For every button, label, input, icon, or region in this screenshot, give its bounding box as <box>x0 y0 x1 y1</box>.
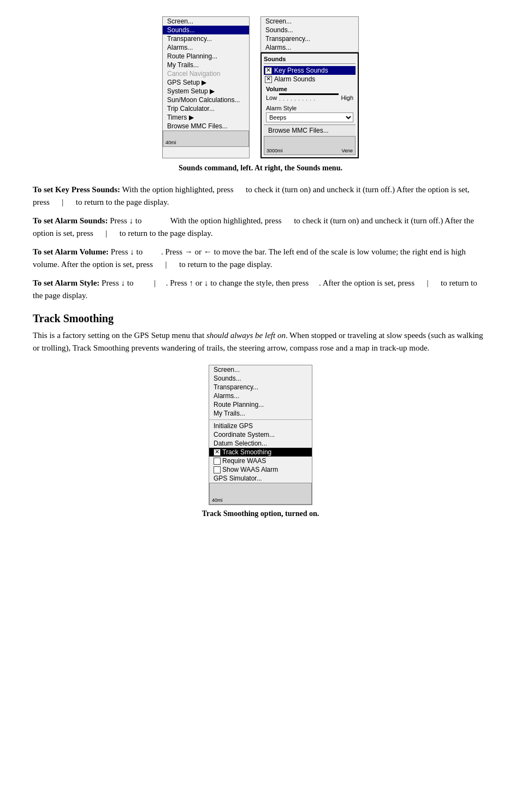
gps-menu-coordinate[interactable]: Coordinate System... <box>209 430 312 439</box>
gps-menu-init-gps[interactable]: Initialize GPS <box>209 422 312 430</box>
top-images-row: Screen... Sounds... Transparency... Alar… <box>33 16 488 158</box>
right-menu-container: Screen... Sounds... Transparency... Alar… <box>260 16 359 158</box>
left-menu-item-alarms[interactable]: Alarms... <box>163 43 249 52</box>
alarm-style-label: Alarm Style <box>266 105 353 111</box>
left-menu-item-trails[interactable]: My Trails... <box>163 61 249 69</box>
gps-menu-track-smoothing[interactable]: Track Smoothing <box>209 448 312 457</box>
left-menu-item-sun-moon[interactable]: Sun/Moon Calculations... <box>163 96 249 104</box>
track-smoothing-paragraph: This is a factory setting on the GPS Set… <box>33 329 488 354</box>
gps-setup-menu: Screen... Sounds... Transparency... Alar… <box>209 365 312 505</box>
gps-menu-screen[interactable]: Screen... <box>209 365 312 374</box>
volume-dots: . . . . . . . . . . <box>279 96 339 102</box>
show-waas-checkbox[interactable] <box>214 466 221 473</box>
key-press-checkbox[interactable] <box>265 67 272 74</box>
alarm-volume-intro: To set Alarm Volume: <box>33 247 109 256</box>
gps-menu-separator <box>209 419 312 420</box>
alarm-sounds-checkbox[interactable] <box>265 76 272 83</box>
left-menu-item-sounds[interactable]: Sounds... <box>163 26 249 34</box>
alarm-volume-paragraph: To set Alarm Volume: Press ↓ to . Press … <box>33 246 488 270</box>
left-menu-item-transparency[interactable]: Transparency... <box>163 34 249 43</box>
right-top-menu: Screen... Sounds... Transparency... Alar… <box>260 16 359 52</box>
left-menu-item-browse[interactable]: Browse MMC Files... <box>163 122 249 131</box>
require-waas-checkbox[interactable] <box>214 458 221 465</box>
right-map-scale: 3000mi <box>267 148 283 153</box>
left-menu-item-screen[interactable]: Screen... <box>163 17 249 26</box>
track-smoothing-title: Track Smoothing <box>33 312 488 325</box>
volume-low-label: Low <box>266 94 277 101</box>
sounds-submenu-title: Sounds <box>264 56 356 64</box>
gps-menu-require-waas[interactable]: Require WAAS <box>209 457 312 465</box>
gps-menu-transparency[interactable]: Transparency... <box>209 383 312 392</box>
sounds-submenu: Sounds Key Press Sounds Alarm Sounds Vol… <box>260 52 359 158</box>
alarm-style-section: Alarm Style Beeps <box>264 103 356 125</box>
top-caption: Sounds command, left. At right, the Soun… <box>33 164 488 173</box>
alarm-sounds-item[interactable]: Alarm Sounds <box>264 75 356 84</box>
left-menu-item-system-setup[interactable]: System Setup <box>163 87 249 96</box>
gps-menu-trails[interactable]: My Trails... <box>209 409 312 418</box>
alarm-style-select[interactable]: Beeps <box>266 112 353 122</box>
gps-menu-sounds[interactable]: Sounds... <box>209 374 312 383</box>
right-map-place: Vene <box>341 148 353 153</box>
track-smoothing-checkbox[interactable] <box>214 449 221 456</box>
left-menu-item-cancel-nav: Cancel Navigation <box>163 69 249 78</box>
gps-menu-route[interactable]: Route Planning... <box>209 400 312 409</box>
volume-high-label: High <box>341 94 353 101</box>
left-menu-item-trip[interactable]: Trip Calculator... <box>163 104 249 113</box>
gps-menu-show-waas[interactable]: Show WAAS Alarm <box>209 465 312 474</box>
gps-setup-image-container: Screen... Sounds... Transparency... Alar… <box>33 365 488 505</box>
alarm-style-paragraph: To set Alarm Style: Press ↓ to | . Press… <box>33 277 488 301</box>
alarm-sounds-intro: To set Alarm Sounds: <box>33 216 108 225</box>
gps-map-preview: 40mi <box>209 483 312 505</box>
left-menu-item-timers[interactable]: Timers <box>163 113 249 122</box>
right-menu-item-sounds[interactable]: Sounds... <box>261 26 358 34</box>
left-menu-item-gps-setup[interactable]: GPS Setup <box>163 78 249 87</box>
right-map-preview: 3000mi Vene <box>264 136 356 155</box>
left-map-preview: 40mi <box>163 131 249 147</box>
left-menu-item-route[interactable]: Route Planning... <box>163 52 249 61</box>
left-map-scale: 40mi <box>165 140 176 145</box>
alarm-style-intro: To set Alarm Style: <box>33 278 99 287</box>
gps-map-scale: 40mi <box>212 497 223 503</box>
volume-label: Volume <box>264 84 356 92</box>
key-press-sounds-item[interactable]: Key Press Sounds <box>264 66 356 75</box>
gps-menu-simulator[interactable]: GPS Simulator... <box>209 474 312 483</box>
bottom-caption: Track Smoothing option, turned on. <box>33 509 488 518</box>
right-browse-mmc[interactable]: Browse MMC Files... <box>264 125 356 136</box>
right-menu-item-alarms[interactable]: Alarms... <box>261 43 358 52</box>
volume-bar-container[interactable]: . . . . . . . . . . <box>279 93 339 102</box>
alarm-sounds-paragraph: To set Alarm Sounds: Press ↓ to With the… <box>33 215 488 239</box>
volume-row: Low . . . . . . . . . . High <box>264 92 356 103</box>
key-press-intro: To set Key Press Sounds: <box>33 185 120 194</box>
gps-menu-alarms[interactable]: Alarms... <box>209 392 312 400</box>
gps-menu-datum[interactable]: Datum Selection... <box>209 439 312 448</box>
left-menu: Screen... Sounds... Transparency... Alar… <box>162 16 250 158</box>
alarm-style-text: Press ↓ to | . Press ↑ or ↓ to change th… <box>33 278 477 300</box>
volume-bar <box>279 93 339 95</box>
right-menu-item-transparency[interactable]: Transparency... <box>261 34 358 43</box>
key-press-paragraph: To set Key Press Sounds: With the option… <box>33 183 488 208</box>
right-menu-item-screen[interactable]: Screen... <box>261 17 358 26</box>
